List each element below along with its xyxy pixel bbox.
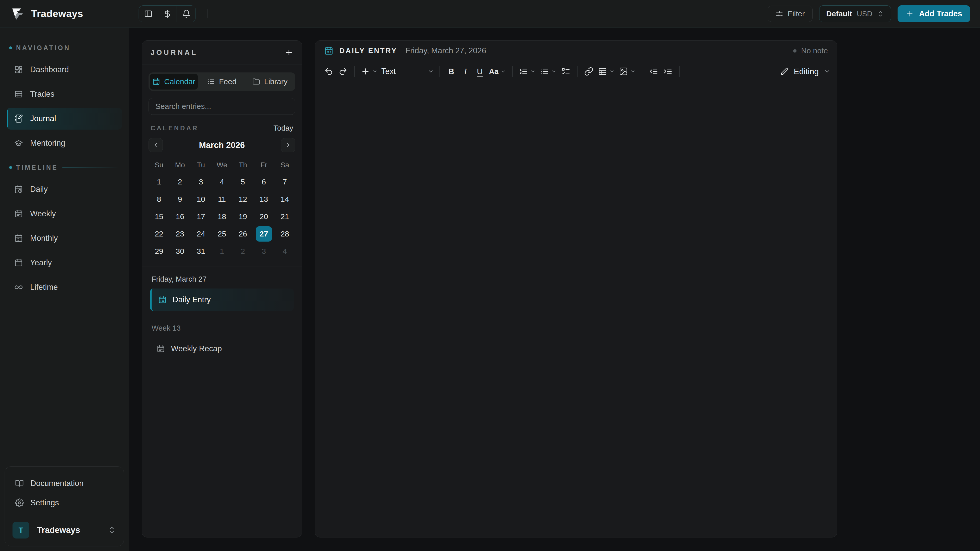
sidebar-footer-items: DocumentationSettings	[11, 474, 118, 513]
italic-button[interactable]: I	[458, 64, 473, 79]
calendar-day-1-next-month[interactable]: 1	[211, 243, 232, 260]
calendar-day-4[interactable]: 4	[211, 173, 232, 191]
journal-tabs: CalendarFeedLibrary	[148, 73, 295, 91]
calendar-day-7[interactable]: 7	[274, 173, 295, 191]
entry-item-weekly-recap[interactable]: Weekly Recap	[150, 338, 294, 360]
calendar-day-14[interactable]: 14	[274, 191, 295, 208]
calendar-day-16[interactable]: 16	[169, 208, 190, 225]
calendar-day-11[interactable]: 11	[211, 191, 232, 208]
bullet-list-button[interactable]	[538, 64, 558, 79]
calendar-day-13[interactable]: 13	[253, 191, 274, 208]
calendar-day-23[interactable]: 23	[169, 225, 190, 243]
calendar-day-17[interactable]: 17	[190, 208, 211, 225]
calendar-day-31[interactable]: 31	[190, 243, 211, 260]
checklist-button[interactable]	[558, 64, 573, 79]
redo-button[interactable]	[336, 64, 350, 79]
image-button[interactable]	[617, 64, 638, 79]
bell-icon	[182, 10, 191, 18]
add-trades-button[interactable]: Add Trades	[897, 5, 970, 22]
calendar-day-18[interactable]: 18	[211, 208, 232, 225]
currency-button[interactable]	[158, 6, 177, 22]
calendar-day-28[interactable]: 28	[274, 225, 295, 243]
table-icon	[14, 90, 23, 98]
editing-mode-dropdown[interactable]: Editing	[780, 67, 830, 76]
link-button[interactable]	[582, 64, 596, 79]
calendar-day-12[interactable]: 12	[232, 191, 253, 208]
calendar-day-6[interactable]: 6	[253, 173, 274, 191]
filter-button[interactable]: Filter	[768, 6, 813, 22]
calendar-clock-icon	[14, 185, 23, 194]
calendar-day-2[interactable]: 2	[169, 173, 190, 191]
tab-feed[interactable]: Feed	[198, 74, 246, 89]
infinity-icon	[14, 283, 23, 292]
calendar-day-29[interactable]: 29	[148, 243, 169, 260]
calendar-week-row: 891011121314	[148, 191, 295, 208]
entry-item-daily-entry[interactable]: Daily Entry	[150, 289, 294, 311]
tab-library[interactable]: Library	[246, 74, 294, 89]
today-button[interactable]: Today	[274, 124, 293, 132]
calendar-day-3-next-month[interactable]: 3	[253, 243, 274, 260]
block-type-dropdown[interactable]: Text	[380, 64, 435, 79]
sidebar-item-trades[interactable]: Trades	[6, 83, 122, 105]
checklist-icon	[561, 67, 570, 76]
underline-button[interactable]: U	[473, 64, 487, 79]
undo-button[interactable]	[321, 64, 336, 79]
calendar-label-row: CALENDAR Today	[151, 124, 293, 132]
calendar-week-row: 2930311234	[148, 243, 295, 260]
notifications-button[interactable]	[177, 6, 196, 22]
ordered-list-button[interactable]	[517, 64, 538, 79]
bold-button[interactable]: B	[444, 64, 458, 79]
calendar-day-20[interactable]: 20	[253, 208, 274, 225]
section-header-navigation: NAVIGATION	[9, 44, 119, 52]
calendar-day-21[interactable]: 21	[274, 208, 295, 225]
calendar-day-1[interactable]: 1	[148, 173, 169, 191]
calendar-icon	[14, 259, 23, 267]
chevron-left-icon	[152, 142, 159, 148]
settings-icon	[15, 499, 24, 507]
footer-item-documentation[interactable]: Documentation	[11, 474, 118, 493]
sidebar-item-label: Trades	[30, 89, 54, 99]
account-selector[interactable]: Default USD	[819, 5, 891, 22]
next-month-button[interactable]	[281, 138, 295, 152]
insert-block-button[interactable]	[359, 64, 380, 79]
calendar-day-3[interactable]: 3	[190, 173, 211, 191]
calendar-day-24[interactable]: 24	[190, 225, 211, 243]
calendar-day-15[interactable]: 15	[148, 208, 169, 225]
sidebar-item-mentoring[interactable]: Mentoring	[6, 132, 122, 154]
calendar-day-27[interactable]: 27	[253, 225, 274, 243]
new-entry-button[interactable]	[285, 48, 293, 57]
sidebar-item-monthly[interactable]: Monthly	[6, 227, 122, 249]
tab-calendar[interactable]: Calendar	[150, 74, 198, 89]
sliders-icon	[776, 10, 783, 17]
calendar-day-25[interactable]: 25	[211, 225, 232, 243]
chevrons-up-down-icon	[877, 10, 884, 17]
calendar-day-9[interactable]: 9	[169, 191, 190, 208]
calendar-day-8[interactable]: 8	[148, 191, 169, 208]
calendar-day-30[interactable]: 30	[169, 243, 190, 260]
search-input[interactable]	[156, 102, 288, 111]
sidebar-item-dashboard[interactable]: Dashboard	[6, 59, 122, 81]
calendar-day-19[interactable]: 19	[232, 208, 253, 225]
editor-content[interactable]	[315, 82, 837, 537]
calendar-day-4-next-month[interactable]: 4	[274, 243, 295, 260]
prev-month-button[interactable]	[148, 138, 163, 152]
outdent-button[interactable]	[646, 64, 661, 79]
sidebar-item-daily[interactable]: Daily	[6, 178, 122, 200]
calendar-day-26[interactable]: 26	[232, 225, 253, 243]
calendar-day-22[interactable]: 22	[148, 225, 169, 243]
calendar-day-10[interactable]: 10	[190, 191, 211, 208]
text-style-button[interactable]: Aa	[487, 64, 508, 79]
calendar-day-5[interactable]: 5	[232, 173, 253, 191]
sidebar-item-journal[interactable]: Journal	[6, 108, 122, 130]
sidebar-item-yearly[interactable]: Yearly	[6, 252, 122, 274]
calendar-month-icon	[152, 78, 160, 86]
indent-button[interactable]	[661, 64, 675, 79]
calendar-day-2-next-month[interactable]: 2	[232, 243, 253, 260]
workspace-selector[interactable]: T Tradeways	[11, 519, 118, 540]
footer-item-settings[interactable]: Settings	[11, 493, 118, 513]
sidebar-item-weekly[interactable]: Weekly	[6, 203, 122, 225]
sidebar-item-lifetime[interactable]: Lifetime	[6, 276, 122, 298]
table-button[interactable]	[596, 64, 617, 79]
toggle-sidebar-button[interactable]	[139, 6, 158, 22]
journal-title: JOURNAL	[151, 48, 197, 57]
